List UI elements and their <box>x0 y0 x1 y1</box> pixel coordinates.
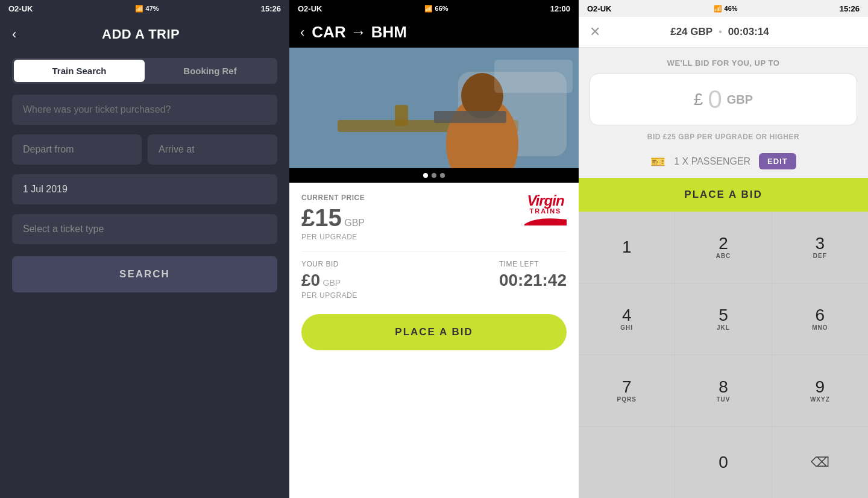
dot-2[interactable] <box>432 173 436 178</box>
key-0-num: 0 <box>719 454 728 471</box>
route-display: CAR → BHM <box>312 23 407 42</box>
carrier-3: O2-UK <box>587 4 611 13</box>
key-delete[interactable]: ⌫ <box>772 427 868 498</box>
key-4[interactable]: 4 GHI <box>579 283 675 355</box>
key-4-letters: GHI <box>620 324 633 331</box>
depart-from-placeholder: Depart from <box>23 144 74 154</box>
p3-header: ✕ £24 GBP • 00:03:14 <box>579 17 868 48</box>
key-2[interactable]: 2 ABC <box>675 212 771 283</box>
date-field[interactable]: 1 Jul 2019 <box>12 174 277 204</box>
wifi-icon-2: 📶 <box>424 5 433 13</box>
panel-bid-input: O2-UK 📶 46% 15:26 ✕ £24 GBP • 00:03:14 W… <box>579 0 868 498</box>
your-bid-block: YOUR BID £0 GBP PER UPGRADE <box>301 260 357 300</box>
pound-sign: £ <box>694 90 703 109</box>
back-button-1[interactable]: ‹ <box>12 27 16 42</box>
key-3-num: 3 <box>816 235 825 252</box>
carrier-2: O2-UK <box>298 4 322 13</box>
key-4-num: 4 <box>622 307 632 324</box>
battery-icon-1: 47% <box>146 5 159 12</box>
tab-group: Train Search Booking Ref <box>12 58 277 84</box>
current-price-label: CURRENT PRICE <box>301 194 365 202</box>
back-button-2[interactable]: ‹ <box>300 25 304 40</box>
virgin-trains-logo: Virgin trains <box>524 194 567 225</box>
ticket-type-placeholder: Select a ticket type <box>23 224 104 234</box>
svg-rect-6 <box>395 105 408 126</box>
header-price: £24 GBP <box>670 26 712 38</box>
key-2-num: 2 <box>719 235 728 252</box>
current-price-currency: GBP <box>344 218 365 228</box>
depart-arrive-row: Depart from Arrive at <box>12 134 277 165</box>
close-button[interactable]: ✕ <box>590 24 600 40</box>
bid-value-display: 0 <box>708 85 722 114</box>
key-5[interactable]: 5 JKL <box>675 283 771 355</box>
dot-1[interactable] <box>423 173 428 178</box>
key-9-letters: WXYZ <box>810 396 830 403</box>
passenger-count: 1 X PASSENGER <box>674 156 750 167</box>
key-9[interactable]: 9 WXYZ <box>772 355 868 426</box>
key-0[interactable]: 0 <box>675 427 771 498</box>
time-left-block: TIME LEFT 00:21:42 <box>499 260 567 300</box>
carrier-1: O2-UK <box>8 4 33 13</box>
search-button[interactable]: SEARCH <box>12 256 277 292</box>
bid-row: YOUR BID £0 GBP PER UPGRADE TIME LEFT 00… <box>301 251 567 308</box>
tab-train-search[interactable]: Train Search <box>14 60 145 82</box>
key-8-num: 8 <box>719 379 728 396</box>
status-bar-3: O2-UK 📶 46% 15:26 <box>579 0 868 17</box>
key-5-letters: JKL <box>717 324 730 331</box>
your-bid-amount: £0 <box>301 271 320 289</box>
key-5-num: 5 <box>719 307 728 324</box>
per-upgrade-label: PER UPGRADE <box>301 233 365 241</box>
key-1-num: 1 <box>622 239 632 256</box>
time-left-label: TIME LEFT <box>499 260 567 268</box>
key-6[interactable]: 6 MNO <box>772 283 868 355</box>
time-1: 15:26 <box>261 4 281 13</box>
header-info: £24 GBP • 00:03:14 <box>670 26 769 38</box>
carousel-dots <box>289 168 579 183</box>
price-section: CURRENT PRICE £15 GBP PER UPGRADE Virgin… <box>301 194 567 251</box>
key-6-letters: MNO <box>812 324 828 331</box>
depart-from-field[interactable]: Depart from <box>12 134 142 165</box>
panel-train-route: O2-UK 📶 66% 12:00 ‹ CAR → BHM <box>289 0 579 498</box>
key-9-num: 9 <box>816 379 825 396</box>
virgin-swoosh <box>524 215 567 225</box>
bid-instruction: WE'LL BID FOR YOU, UP TO <box>579 48 868 74</box>
delete-icon: ⌫ <box>811 455 829 470</box>
ticket-type-field[interactable]: Select a ticket type <box>12 214 277 244</box>
trains-brand-text: trains <box>530 208 562 215</box>
ticket-icon: 🎫 <box>650 154 665 169</box>
key-3-letters: DEF <box>813 253 827 259</box>
purchase-location-placeholder: Where was your ticket purchased? <box>23 104 171 115</box>
place-bid-button-3[interactable]: PLACE A BID <box>579 178 868 212</box>
date-value: 1 Jul 2019 <box>23 184 68 194</box>
train-scene-svg <box>289 48 579 168</box>
key-7-num: 7 <box>622 379 632 396</box>
virgin-brand-text: Virgin <box>527 194 564 208</box>
key-3[interactable]: 3 DEF <box>772 212 868 283</box>
dot-3[interactable] <box>440 173 445 178</box>
current-price-amount: £15 <box>301 204 342 231</box>
separator: • <box>719 27 722 37</box>
your-bid-label: YOUR BID <box>301 260 357 268</box>
battery-2: 66% <box>435 5 448 12</box>
wifi-icon-1: 📶 <box>135 5 143 13</box>
panel-add-trip: O2-UK 📶 47% 15:26 ‹ ADD A TRIP Train Sea… <box>0 0 289 498</box>
wifi-icon-3: 📶 <box>714 5 722 13</box>
edit-passenger-button[interactable]: EDIT <box>759 153 796 169</box>
route-to: BHM <box>371 23 407 42</box>
page-title-1: ADD A TRIP <box>22 27 259 42</box>
key-8[interactable]: 8 TUV <box>675 355 771 426</box>
key-7[interactable]: 7 PQRS <box>579 355 675 426</box>
time-left-value: 00:21:42 <box>499 271 567 289</box>
train-image <box>289 48 579 168</box>
purchase-location-field[interactable]: Where was your ticket purchased? <box>12 95 277 125</box>
tab-booking-ref[interactable]: Booking Ref <box>145 60 275 82</box>
key-2-letters: ABC <box>716 253 731 259</box>
bid-currency-display: GBP <box>727 93 753 107</box>
time-2: 12:00 <box>550 4 570 13</box>
place-bid-button-2[interactable]: PLACE A BID <box>301 314 567 350</box>
arrive-at-field[interactable]: Arrive at <box>148 134 277 165</box>
key-empty <box>579 427 675 498</box>
bid-per-upgrade: PER UPGRADE <box>301 291 357 300</box>
min-bid-label: BID £25 GBP PER UPGRADE OR HIGHER <box>579 125 868 148</box>
key-1[interactable]: 1 <box>579 212 675 283</box>
